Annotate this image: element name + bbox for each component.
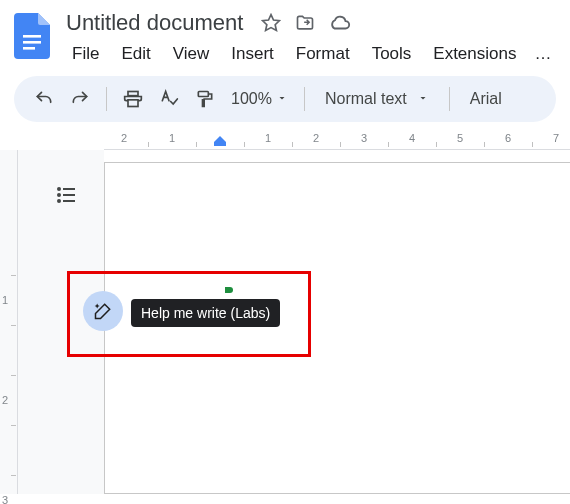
svg-rect-10 [63, 188, 75, 190]
svg-point-11 [57, 193, 61, 197]
ruler-tick: 1 [169, 132, 175, 144]
print-button[interactable] [117, 83, 149, 115]
ruler-tick: 4 [409, 132, 415, 144]
svg-marker-3 [263, 15, 280, 31]
svg-rect-1 [23, 41, 41, 44]
svg-point-13 [57, 199, 61, 203]
svg-point-9 [57, 187, 61, 191]
ruler-minor-tick [292, 142, 293, 147]
ruler-tick: 5 [457, 132, 463, 144]
ruler-tick: 3 [2, 494, 8, 504]
menu-extensions[interactable]: Extensions [423, 40, 526, 68]
svg-rect-12 [63, 194, 75, 196]
redo-button[interactable] [64, 83, 96, 115]
svg-marker-7 [214, 136, 226, 142]
star-icon[interactable] [261, 13, 281, 33]
ruler-minor-tick [340, 142, 341, 147]
ruler-minor-tick [11, 475, 16, 476]
document-outline-button[interactable] [50, 178, 84, 212]
ruler-minor-tick [11, 275, 16, 276]
toolbar-separator [449, 87, 450, 111]
document-page[interactable]: Help me write (Labs) [104, 162, 570, 494]
ruler-minor-tick [11, 375, 16, 376]
menu-format[interactable]: Format [286, 40, 360, 68]
svg-rect-0 [23, 35, 41, 38]
menu-view[interactable]: View [163, 40, 220, 68]
chevron-down-icon [417, 90, 429, 108]
ruler-minor-tick [244, 142, 245, 147]
menubar: File Edit View Insert Format Tools Exten… [62, 40, 558, 68]
chevron-down-icon [276, 90, 288, 108]
svg-rect-14 [63, 200, 75, 202]
undo-button[interactable] [28, 83, 60, 115]
ruler-tick: 6 [505, 132, 511, 144]
zoom-dropdown[interactable]: 100% [225, 90, 294, 108]
paragraph-style-dropdown[interactable]: Normal text [315, 90, 439, 108]
indent-marker-icon[interactable] [213, 134, 227, 148]
svg-rect-5 [128, 100, 138, 107]
toolbar-separator [304, 87, 305, 111]
ruler-minor-tick [11, 425, 16, 426]
svg-rect-6 [198, 92, 208, 97]
ruler-minor-tick [532, 142, 533, 147]
ruler-minor-tick [484, 142, 485, 147]
ruler-tick: 1 [265, 132, 271, 144]
ruler-tick: 2 [2, 394, 8, 406]
ruler-tick: 1 [2, 294, 8, 306]
horizontal-ruler[interactable]: 2 1 1 2 3 4 5 6 7 [104, 132, 570, 150]
svg-rect-8 [214, 142, 226, 146]
move-folder-icon[interactable] [295, 13, 315, 33]
ruler-minor-tick [388, 142, 389, 147]
menu-file[interactable]: File [62, 40, 109, 68]
collab-cursor-flag-icon [225, 287, 233, 293]
document-title[interactable]: Untitled document [62, 8, 247, 38]
ruler-tick: 3 [361, 132, 367, 144]
ruler-tick: 2 [121, 132, 127, 144]
cloud-status-icon[interactable] [329, 12, 351, 34]
paint-format-button[interactable] [189, 83, 221, 115]
vertical-ruler[interactable]: 1 2 3 [0, 150, 18, 494]
ruler-tick: 2 [313, 132, 319, 144]
font-dropdown[interactable]: Arial [460, 90, 512, 108]
ruler-minor-tick [196, 142, 197, 147]
spellcheck-button[interactable] [153, 83, 185, 115]
menu-insert[interactable]: Insert [221, 40, 284, 68]
ruler-minor-tick [436, 142, 437, 147]
menu-more[interactable]: … [528, 40, 557, 68]
ruler-minor-tick [148, 142, 149, 147]
ruler-tick: 7 [553, 132, 559, 144]
zoom-value: 100% [231, 90, 272, 108]
menu-edit[interactable]: Edit [111, 40, 160, 68]
toolbar-separator [106, 87, 107, 111]
menu-tools[interactable]: Tools [362, 40, 422, 68]
svg-rect-2 [23, 47, 35, 50]
svg-rect-4 [128, 92, 138, 96]
help-me-write-button[interactable] [83, 291, 123, 331]
ruler-minor-tick [11, 325, 16, 326]
docs-logo[interactable] [12, 10, 52, 62]
toolbar: 100% Normal text Arial [14, 76, 556, 122]
paragraph-style-value: Normal text [325, 90, 407, 108]
help-me-write-tooltip: Help me write (Labs) [131, 299, 280, 327]
font-value: Arial [470, 90, 502, 108]
